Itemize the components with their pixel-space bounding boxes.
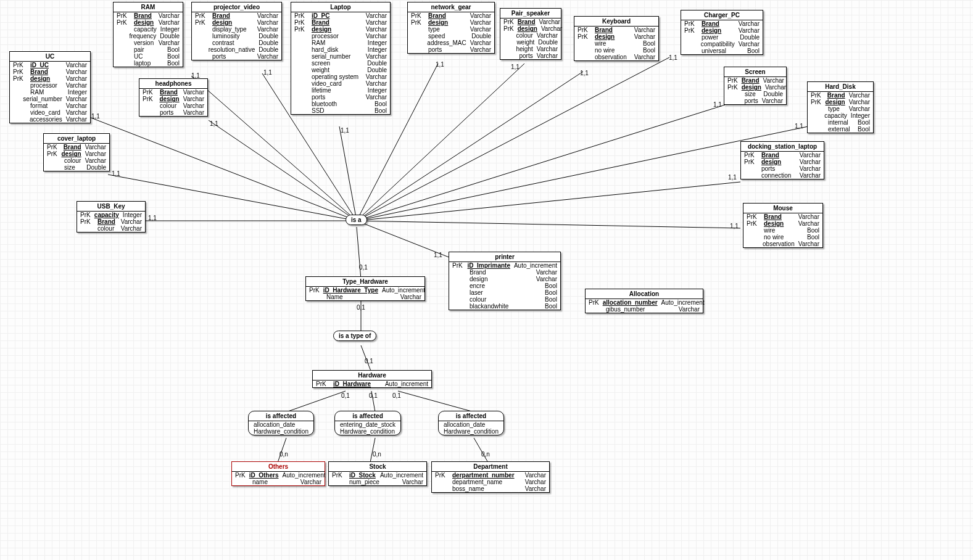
attribute-row: compatibilityVarchar [681, 41, 763, 47]
attribute-row: observationVarchar [574, 54, 658, 60]
entity-charger-pc[interactable]: Charger_PCPrKBrandVarcharPrKdesignVarcha… [681, 10, 763, 55]
svg-line-23 [370, 438, 375, 463]
entity-usb-key[interactable]: USB_KeyPrKcapacityIntegerPrKBrandVarchar… [77, 201, 146, 233]
svg-line-11 [357, 182, 740, 221]
card-ram: 1,1 [191, 72, 200, 79]
entity-mouse[interactable]: MousePrKBrandVarcharPrKdesignVarcharwire… [743, 203, 823, 248]
attribute-row: PrKBrandVarchar [808, 92, 873, 99]
entity-title: Department [432, 462, 549, 472]
attribute-row: externalBool [808, 126, 873, 133]
attribute-row: PrKBrandVarchar [192, 12, 281, 19]
attribute-row: portsVarchar [408, 46, 494, 53]
entity-hard-disk[interactable]: Hard_DiskPrKBrandVarcharPrKdesignVarchar… [807, 81, 874, 133]
attribute-row: video_cardVarchar [291, 80, 390, 87]
card-charger: 1,1 [669, 54, 677, 61]
attribute-row: wireBool [743, 227, 822, 234]
svg-line-8 [357, 57, 669, 221]
attribute-row: speedDouble [408, 33, 494, 39]
attribute-row: PrKBrandVarchar [139, 89, 207, 96]
card-laptop: 1,1 [341, 127, 349, 134]
attribute-row: processorVarchar [291, 33, 390, 39]
entity-docking-station-laptop[interactable]: docking_station_laptopPrKBrandVarcharPrK… [740, 141, 824, 179]
entity-title: Screen [724, 67, 786, 77]
attribute-row: PrKBrandVarchar [77, 218, 145, 225]
attribute-row: PrKBrandVarchar [408, 12, 494, 19]
attribute-row: PrKiD_Hardware_TypeAuto_increment [306, 287, 424, 294]
attribute-row: designVarchar [449, 276, 560, 282]
attribute-row: PrKdesignVarchar [743, 220, 822, 227]
entity-printer[interactable]: printerPrKiD_ImprimanteAuto_incrementBra… [449, 252, 561, 310]
attribute-row: portsVarchar [291, 94, 390, 101]
attribute-row: boss_nameVarchar [432, 485, 549, 492]
attribute-row: department_nameVarchar [432, 479, 549, 485]
card-type-top: 0,1 [359, 264, 368, 271]
attribute-row: colourVarchar [44, 157, 109, 164]
attribute-row: encreBool [449, 282, 560, 289]
attribute-row: operating systemVarchar [291, 73, 390, 80]
attribute-row: PrKBrandVarchar [574, 27, 658, 33]
attribute-row: PrKdesignVarchar [500, 25, 561, 32]
relation-is-affected-department[interactable]: is affected allocation_date Hardware_con… [438, 411, 504, 435]
attribute-row: PrKBrandVarchar [743, 213, 822, 220]
entity-uc[interactable]: UCPrKiD_UCVarcharPrKBrandVarcharPrKdesig… [9, 51, 91, 123]
svg-line-12 [357, 221, 740, 228]
entity-department[interactable]: DepartmentPrKderpartment_numberVarcharde… [431, 461, 550, 493]
entity-cover-laptop[interactable]: cover_laptopPrKBrandVarcharPrKdesignVarc… [43, 133, 110, 171]
entity-network-gear[interactable]: network_gearPrKBrandVarcharPrKdesignVarc… [407, 2, 495, 54]
attribute-row: wireBool [574, 40, 658, 47]
attribute-row: RAMInteger [291, 39, 390, 46]
entity-ram[interactable]: RAMPrKBrandVarcharPrKdesignVarcharcapaci… [113, 2, 183, 67]
attribute-row: luminosityDouble [192, 33, 281, 39]
entity-screen[interactable]: ScreenPrKBrandVarcharPrKdesignVarcharsiz… [724, 67, 787, 105]
card-screen: 1,1 [713, 101, 722, 108]
attribute-row: capacityInteger [114, 26, 183, 33]
attribute-row: PrKdesignVarchar [114, 19, 183, 26]
attribute-row: PrKBrandVarchar [681, 20, 763, 27]
attribute-row: PrKiD_UCVarchar [10, 62, 90, 68]
attribute-row: portsVarchar [741, 165, 824, 172]
attribute-row: BrandVarchar [449, 269, 560, 276]
entity-title: Pair_speaker [500, 9, 561, 19]
relation-is-a-type-of[interactable]: is a type of [333, 331, 376, 341]
attribute-row: PrKBrandVarchar [291, 19, 390, 26]
attribute-row: resolution_nativeDouble [192, 46, 281, 53]
entity-laptop[interactable]: LaptopPrKiD_PCVarcharPrKBrandVarcharPrKd… [291, 2, 391, 115]
entity-projector-video[interactable]: projector_videoPrKBrandVarcharPrKdesignV… [191, 2, 282, 60]
attribute-row: accessoriesVarchar [10, 116, 90, 123]
entity-others[interactable]: OthersPrKiD_OthersAuto_incrementnameVarc… [231, 461, 325, 486]
attribute-row: laserBool [449, 289, 560, 296]
attribute-row: PrKderpartment_numberVarchar [432, 472, 549, 479]
attribute-row: PrKdesignVarchar [291, 26, 390, 33]
attribute-row: formatVarchar [10, 102, 90, 109]
relation-is-affected-stock[interactable]: is affected entering_date_stock Hardware… [334, 411, 401, 435]
attribute-row: NameVarchar [306, 294, 424, 300]
attribute-row: serial_numberVarchar [10, 96, 90, 102]
card-hw-a3: 0,1 [392, 392, 401, 399]
attribute-row: PrKdesignVarchar [681, 27, 763, 34]
entity-stock[interactable]: StockPrKiD_StockAuto_incrementnum_pieceV… [328, 461, 427, 486]
entity-pair-speaker[interactable]: Pair_speakerPrKBrandVarcharPrKdesignVarc… [500, 8, 561, 60]
attribute-row: portsVarchar [500, 52, 561, 59]
entity-keyboard[interactable]: KeyboardPrKBrandVarcharPrKdesignVarcharw… [574, 16, 659, 61]
entity-headphones[interactable]: headphonesPrKBrandVarcharPrKdesignVarcha… [139, 78, 208, 117]
attribute-row: PrKdesignVarchar [724, 84, 786, 91]
card-hw-top: 0,1 [365, 358, 373, 364]
card-stock: 0,n [373, 451, 381, 458]
attribute-row: nameVarchar [232, 479, 325, 485]
relation-is-a[interactable]: is a [346, 215, 367, 225]
relation-is-affected-others[interactable]: is affected allocation_date Hardware_con… [248, 411, 314, 435]
card-hw-a1: 0,1 [341, 392, 350, 399]
svg-line-22 [278, 438, 286, 463]
entity-title: Keyboard [574, 17, 658, 27]
attribute-row: internalBool [808, 119, 873, 126]
attribute-row: PrKiD_HardwareAuto_increment [313, 381, 431, 387]
card-headphones: 1,1 [210, 120, 218, 127]
entity-type-hardware[interactable]: Type_HardwarePrKiD_Hardware_TypeAuto_inc… [305, 276, 425, 301]
entity-hardware[interactable]: HardwarePrKiD_HardwareAuto_increment [312, 370, 432, 388]
attribute-row: typeVarchar [408, 26, 494, 33]
attribute-row: video_cardVarchar [10, 109, 90, 116]
attribute-row: connectionVarchar [741, 172, 824, 179]
entity-allocation[interactable]: AllocationPrKallocation_numberAuto_incre… [585, 289, 703, 313]
attribute-row: gibus_numberVarchar [586, 306, 703, 313]
card-hw-a2: 0,1 [369, 392, 378, 399]
